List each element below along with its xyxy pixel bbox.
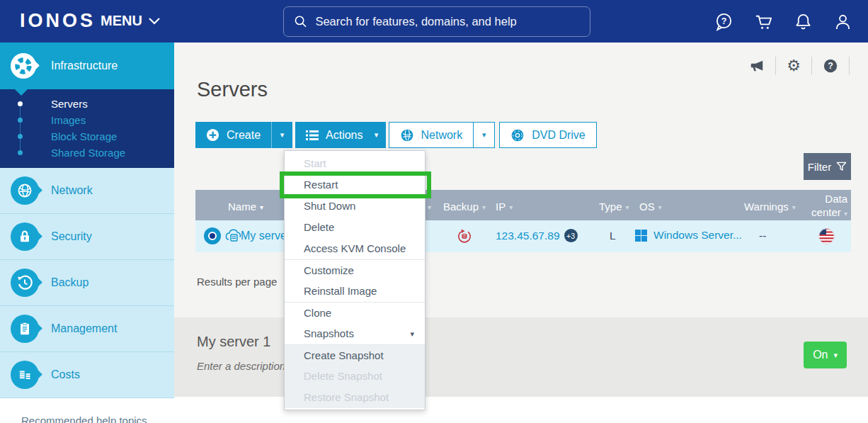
announcements-icon[interactable]	[738, 57, 776, 75]
ip-address-link[interactable]: 123.45.67.89 +3	[496, 229, 578, 242]
sort-arrow-icon: ▾	[626, 202, 629, 213]
menu-button[interactable]: MENU	[101, 13, 160, 29]
sort-arrow-icon: ▾	[428, 202, 431, 213]
server-type: L	[610, 230, 616, 242]
sidebar-item-label: Backup	[51, 276, 88, 289]
menu-label: MENU	[101, 13, 142, 29]
page-title: Servers	[197, 78, 268, 101]
column-header-name[interactable]: Name▾	[228, 201, 263, 213]
help-icon[interactable]: ?	[812, 57, 850, 75]
actions-dropdown-menu: Start Restart Shut Down Delete Access KV…	[284, 150, 426, 410]
chevron-down-icon: ▾	[833, 351, 838, 359]
sidebar-item-servers[interactable]: Servers	[0, 96, 174, 112]
network-button[interactable]: Network ▾	[389, 122, 496, 148]
network-globe-icon	[11, 176, 39, 205]
sidebar-item-label: Infrastructure	[51, 60, 118, 72]
os-name: Windows Server...	[653, 229, 742, 242]
warnings-value: --	[759, 230, 766, 242]
infrastructure-icon	[11, 53, 36, 79]
sort-arrow-icon: ▾	[658, 202, 662, 213]
menu-item-delete[interactable]: Delete	[285, 217, 425, 238]
network-button-icon	[400, 128, 414, 142]
bullet-icon	[18, 101, 23, 106]
sidebar-item-shared-storage[interactable]: Shared Storage	[0, 145, 174, 161]
sidebar-item-network[interactable]: Network	[0, 168, 174, 214]
network-label: Network	[421, 129, 463, 142]
column-header-warnings[interactable]: Warnings▾	[744, 201, 796, 213]
sidebar-item-infrastructure[interactable]: Infrastructure	[0, 43, 174, 89]
coins-icon	[11, 361, 39, 389]
filter-label: Filter	[808, 161, 831, 173]
power-state-button[interactable]: On ▾	[804, 342, 847, 368]
server-os[interactable]: Windows Server...	[635, 229, 742, 242]
column-header-os[interactable]: OS▾	[639, 201, 662, 213]
column-header-ip[interactable]: IP▾	[496, 201, 513, 213]
menu-item-customize[interactable]: Customize	[285, 259, 425, 281]
sidebar-item-label: Security	[51, 230, 92, 243]
backup-status-icon[interactable]	[457, 228, 472, 244]
column-sort-arrow[interactable]: ▾	[428, 202, 431, 213]
dvd-drive-button[interactable]: DVD Drive	[499, 122, 597, 148]
description-placeholder[interactable]: Enter a description	[197, 360, 285, 372]
global-search[interactable]	[283, 6, 590, 37]
sidebar-item-images[interactable]: Images	[0, 112, 174, 128]
navbar-icons: ?	[714, 0, 852, 43]
page-quick-icons: ⚙ ?	[738, 57, 850, 75]
actions-button[interactable]: Actions ▾	[295, 122, 385, 148]
create-dropdown-arrow[interactable]: ▾	[271, 122, 292, 148]
recommended-help-topics-link[interactable]: Recommended help topics	[21, 414, 147, 423]
column-header-type[interactable]: Type▾	[599, 201, 629, 213]
menu-item-restart[interactable]: Restart	[285, 174, 425, 196]
column-header-backup[interactable]: Backup▾	[443, 201, 486, 213]
menu-item-delete-snapshot: Delete Snapshot	[285, 366, 425, 387]
sidebar-item-label: Management	[51, 322, 117, 335]
sidebar-item-block-storage[interactable]: Block Storage	[0, 128, 174, 145]
search-input[interactable]	[315, 15, 580, 28]
ionos-logo[interactable]: IONOS	[20, 10, 96, 32]
chevron-down-icon	[149, 18, 160, 25]
bottom-spacer	[174, 397, 868, 423]
menu-item-shut-down[interactable]: Shut Down	[285, 196, 425, 217]
create-button[interactable]: Create ▾	[195, 122, 292, 148]
menu-item-create-snapshot[interactable]: Create Snapshot	[285, 344, 425, 366]
menu-item-label: Snapshots	[304, 327, 354, 339]
chevron-down-icon: ▾	[410, 323, 414, 344]
clipboard-icon	[11, 315, 39, 343]
sidebar-item-label: Costs	[51, 368, 80, 381]
help-chat-icon[interactable]: ?	[714, 12, 733, 31]
bell-icon[interactable]	[794, 12, 813, 31]
toolbar: Create ▾ Actions ▾ Network ▾	[195, 122, 597, 148]
sidebar-item-security[interactable]: Security	[0, 214, 174, 260]
gear-icon[interactable]: ⚙	[776, 57, 812, 75]
dvd-label: DVD Drive	[532, 129, 586, 142]
menu-item-snapshots[interactable]: Snapshots▾	[285, 323, 425, 344]
column-header-datacenter[interactable]: Data center ▾	[805, 193, 847, 220]
backup-clock-icon	[11, 269, 39, 297]
ip-count-badge[interactable]: +3	[564, 229, 578, 242]
sort-arrow-icon: ▾	[792, 202, 796, 213]
ionos-cloud-panel: IONOS MENU ? Infrastructure Serve	[0, 0, 868, 423]
svg-text:?: ?	[828, 61, 833, 71]
menu-item-reinstall-image[interactable]: Reinstall Image	[285, 281, 425, 302]
user-icon[interactable]	[833, 12, 852, 31]
submenu-notch	[15, 89, 28, 96]
ip-address: 123.45.67.89	[496, 230, 560, 242]
sidebar-item-costs[interactable]: Costs	[0, 352, 174, 398]
actions-dropdown-arrow[interactable]: ▾	[367, 122, 386, 148]
sidebar-subitem-label: Block Storage	[51, 130, 117, 142]
plus-circle-icon	[206, 128, 219, 142]
filter-button[interactable]: Filter	[804, 153, 851, 180]
sidebar-item-management[interactable]: Management	[0, 306, 174, 352]
sidebar-subitem-label: Servers	[51, 98, 88, 110]
network-dropdown-arrow[interactable]: ▾	[473, 123, 494, 147]
menu-item-access-kvm-console[interactable]: Access KVM Console	[285, 238, 425, 259]
menu-item-clone[interactable]: Clone	[285, 302, 425, 323]
detail-server-name: My server 1	[197, 334, 270, 350]
cart-icon[interactable]	[754, 12, 773, 31]
row-radio-selected[interactable]	[204, 227, 221, 244]
results-per-page-label: Results per page	[197, 276, 277, 288]
sidebar-item-backup[interactable]: Backup	[0, 260, 174, 306]
menu-item-start: Start	[285, 153, 425, 174]
sort-arrow-icon: ▾	[260, 202, 263, 213]
dvd-disc-icon	[510, 128, 525, 142]
